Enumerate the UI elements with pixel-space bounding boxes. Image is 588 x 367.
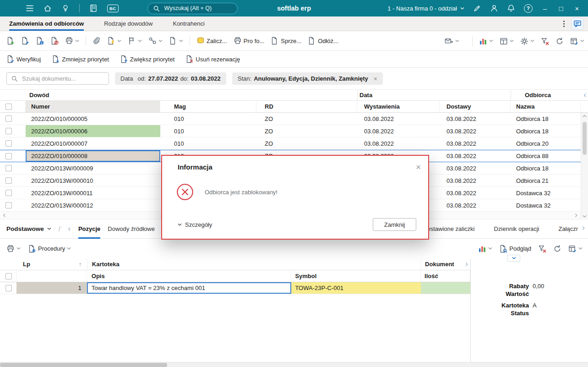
cell-nazwa[interactable]: Odbiorca 88 <box>511 150 581 162</box>
notebook-icon[interactable] <box>89 4 98 12</box>
print-button[interactable] <box>65 37 79 45</box>
chevron-down-icon[interactable] <box>117 39 121 43</box>
view-selector[interactable]: Podstawowe <box>6 225 51 232</box>
cell-wystawienia[interactable]: 03.08.2022 <box>357 113 440 125</box>
maximize-button[interactable]: □ <box>557 5 565 12</box>
dialog-close-icon[interactable]: × <box>416 163 421 171</box>
global-search-field[interactable] <box>163 5 232 12</box>
chevron-down-icon[interactable] <box>530 39 534 43</box>
cell-nazwa[interactable]: Odbiorca 18 <box>511 162 581 174</box>
table-settings-button[interactable] <box>570 37 584 45</box>
column-header-nazwa[interactable]: Nazwa <box>511 101 581 112</box>
tab-kontrahenci[interactable]: Kontrahenci <box>173 16 204 31</box>
chevron-down-icon[interactable] <box>580 39 584 43</box>
more-options-icon[interactable] <box>563 20 565 27</box>
edit-document-button[interactable] <box>21 37 29 45</box>
column-header-opis[interactable]: Opis <box>87 270 292 282</box>
delete-document-button[interactable] <box>50 37 59 45</box>
home-icon[interactable] <box>44 4 52 12</box>
row-checkbox[interactable] <box>5 115 12 122</box>
cell-nazwa[interactable]: Dostawca 32 <box>511 187 581 199</box>
feedback-button[interactable] <box>572 18 583 30</box>
positions-refresh-button[interactable] <box>553 245 561 253</box>
cell-opis-focused[interactable]: Towar handlowy VAT = 23% z cechami 001 <box>87 282 292 294</box>
vertical-scrollbar-thumb[interactable] <box>583 122 587 155</box>
operations-button[interactable] <box>107 37 121 45</box>
column-header-dostawy[interactable]: Dostawy <box>440 101 511 112</box>
cell-symbol[interactable]: TOWA-23P-C-001 <box>291 282 421 294</box>
cell-dostawy[interactable]: 03.08.2022 <box>440 137 511 149</box>
remove-state-filter-icon[interactable]: × <box>374 75 377 82</box>
table-row[interactable]: 2022/ZO/010/000006 010 ZO 03.08.2022 03.… <box>0 125 581 137</box>
positions-clear-filters-button[interactable] <box>538 245 546 253</box>
columns-scroll-right-icon[interactable] <box>465 262 468 267</box>
horizontal-scrollbar-thumb[interactable] <box>0 363 167 367</box>
cell-nazwa[interactable]: Odbiorca 18 <box>511 113 581 125</box>
panel-collapse-icon[interactable] <box>583 93 587 98</box>
cell-numer[interactable]: 2022/ZO/013W/000011 <box>26 187 160 199</box>
cell-numer-focused[interactable]: 2022/ZO/010/000008 <box>26 150 160 162</box>
scroll-down-icon[interactable] <box>583 215 587 218</box>
chevron-down-icon[interactable] <box>488 247 492 250</box>
bc-icon[interactable]: BC <box>107 5 119 12</box>
company-selector[interactable]: 1 - Nasza firma 0 - oddział <box>387 5 464 12</box>
procedures-button[interactable]: Procedury <box>28 245 71 253</box>
chevron-down-icon[interactable] <box>510 39 514 43</box>
column-header-ilosc[interactable]: Ilość <box>421 270 470 282</box>
chevron-down-icon[interactable] <box>179 39 183 43</box>
help-icon[interactable]: ? <box>524 4 533 13</box>
state-filter-chip[interactable]: Stan: Anulowany, Edycja, Dziennik, Zamkn… <box>232 72 383 85</box>
chevron-down-icon[interactable] <box>138 39 142 43</box>
scroll-up-icon[interactable] <box>583 115 587 118</box>
cell-numer[interactable]: 2022/ZO/013W/000010 <box>26 175 160 186</box>
cell-numer[interactable]: 2022/ZO/013W/000012 <box>26 199 160 211</box>
bottom-horizontal-scrollbar[interactable] <box>0 362 588 367</box>
column-header-rd[interactable]: RD <box>256 101 357 112</box>
cell-nazwa[interactable]: Dostawca 32 <box>511 199 581 211</box>
column-header-symbol[interactable]: Symbol <box>291 270 421 282</box>
global-search-input[interactable] <box>147 3 238 14</box>
sort-ascending-icon[interactable]: ↑ <box>79 261 82 268</box>
dialog-details-toggle[interactable]: Szczegóły <box>178 221 212 228</box>
cell-dostawy[interactable]: 03.08.2022 <box>440 199 511 211</box>
chevron-down-icon[interactable] <box>67 247 71 250</box>
menu-icon[interactable] <box>26 5 34 12</box>
flag-button[interactable] <box>128 37 142 45</box>
chevron-down-icon[interactable] <box>16 247 21 250</box>
chevron-down-icon[interactable] <box>489 39 493 43</box>
sales-button[interactable]: Sprze... <box>271 37 301 45</box>
cell-dostawy[interactable]: 03.08.2022 <box>440 187 511 199</box>
board-view-button[interactable] <box>500 37 514 45</box>
cell-numer[interactable]: 2022/ZO/010/000005 <box>26 113 160 125</box>
cell-rd[interactable]: ZO <box>256 125 357 137</box>
clear-filters-button[interactable] <box>541 37 549 45</box>
defer-button[interactable]: Odłóż... <box>308 37 338 45</box>
cell-nazwa[interactable]: Odbiorca 18 <box>511 125 581 137</box>
dialog-close-button[interactable]: Zamknij <box>373 218 416 231</box>
tab-pozycje[interactable]: Pozycje <box>78 219 100 239</box>
user-icon[interactable] <box>490 4 498 12</box>
refresh-button[interactable] <box>555 37 564 45</box>
preview-button[interactable]: Podgląd <box>499 245 531 253</box>
settings-button[interactable] <box>520 37 534 45</box>
row-checkbox[interactable] <box>5 153 12 159</box>
chevron-down-icon[interactable] <box>578 247 583 250</box>
tab-zalaczniki[interactable]: Załączniki <box>558 219 578 238</box>
row-checkbox[interactable] <box>5 128 12 134</box>
tab-rodzaje-dowodow[interactable]: Rodzaje dowodów <box>104 16 152 31</box>
verify-button[interactable]: Weryfikuj <box>6 55 41 63</box>
scroll-left-icon[interactable] <box>3 213 6 218</box>
notifications-bell-icon[interactable] <box>507 4 515 12</box>
tab-zamowienia-od-odbiorcow[interactable]: Zamówienia od odbiorców <box>9 16 84 31</box>
row-checkbox[interactable] <box>5 165 12 171</box>
cell-dostawy[interactable]: 03.08.2022 <box>440 113 511 125</box>
cell-wystawienia[interactable]: 03.08.2022 <box>357 137 440 149</box>
new-document-button[interactable] <box>6 37 15 45</box>
column-header-mag[interactable]: Mag <box>160 101 256 112</box>
tab-wystawione-zaliczki[interactable]: Wystawione zaliczki <box>422 219 474 238</box>
tabs-scroll-right-icon[interactable] <box>582 226 585 230</box>
row-checkbox[interactable] <box>5 140 12 147</box>
documents-menu-button[interactable] <box>169 37 183 45</box>
cell-nazwa[interactable]: Odbiorca 20 <box>511 137 581 149</box>
send-document-button[interactable] <box>445 37 459 45</box>
